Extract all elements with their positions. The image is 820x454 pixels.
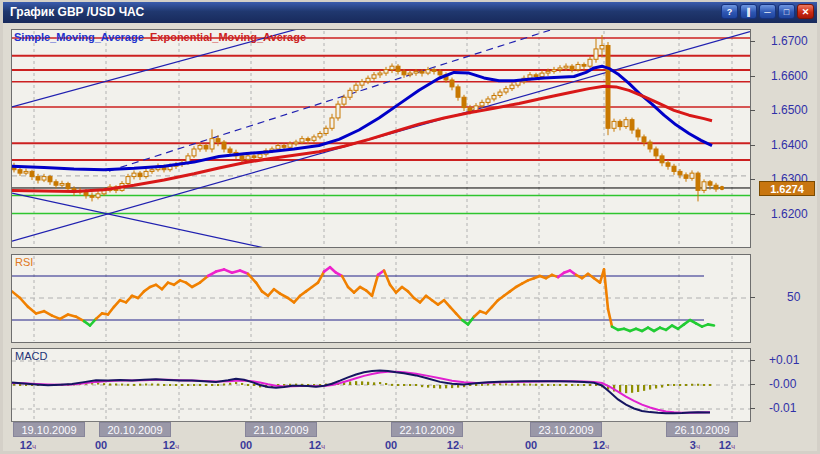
macd-panel[interactable] [11,348,751,422]
candle-body [600,45,604,48]
rsi-line-segment [248,274,256,283]
candle-body [450,80,454,87]
rsi-line-segment [294,296,300,303]
candle-body [426,70,430,73]
time-label: 12ч [586,439,616,451]
candle-body [636,130,640,137]
time-label: 3ч [680,439,710,451]
candle-body [144,171,148,176]
candle-body [330,118,334,128]
rsi-line-segment [318,272,324,283]
macd-histogram-bar [541,384,543,386]
candle-body [360,82,364,85]
maximize-button-icon[interactable]: □ [778,4,795,19]
macd-histogram-bar [397,384,399,386]
candle-body [576,64,580,69]
candle-body [492,96,496,99]
rsi-label: RSI [15,256,33,268]
minimize-button-icon[interactable]: ─ [759,4,776,19]
macd-histogram-bar [643,385,645,391]
chart-window: График GBP /USD ЧАС ?∥─□✕ Simple_Moving_… [0,0,820,454]
candle-body [282,146,286,148]
time-label: 00 [376,439,406,451]
rsi-canvas[interactable] [12,255,750,342]
macd-histogram-bar [673,384,675,386]
macd-histogram-bar [649,385,651,390]
candle-body [414,71,418,73]
pause-button-icon[interactable]: ∥ [740,4,757,19]
candle-body [486,99,490,102]
macd-canvas[interactable] [12,349,750,421]
rsi-line-segment [126,296,132,303]
trend-line [12,193,279,247]
macd-histogram-bar [421,385,423,387]
macd-histogram-bar [505,383,507,385]
axis-tick [750,76,755,77]
macd-histogram-bar [355,381,357,385]
macd-histogram-bar [661,385,663,388]
candle-body [408,73,412,75]
macd-histogram-bar [175,384,177,386]
rsi-line-segment [420,296,426,303]
date-label: 20.10.2009 [99,422,171,437]
macd-histogram-bar [517,384,519,386]
candle-body [192,149,196,156]
macd-histogram-bar [409,384,411,386]
candle-body [504,89,508,92]
rsi-line-segment [342,276,348,287]
candle-body [582,64,586,66]
macd-histogram-bar [529,384,531,386]
macd-histogram-bar [385,383,387,385]
macd-histogram-bar [133,384,135,386]
macd-histogram-bar [709,384,711,386]
macd-histogram-bar [535,384,537,386]
candle-body [534,75,538,77]
price-axis-label: 1.6500 [771,103,808,117]
candle-body [696,173,700,190]
axis-tick [750,110,755,111]
candle-body [558,68,562,70]
rsi-panel[interactable] [11,254,751,343]
macd-histogram-bar [481,384,483,386]
title-bar[interactable]: График GBP /USD ЧАС ?∥─□✕ [3,2,817,23]
price-chart-panel[interactable] [11,29,751,248]
candle-body [432,70,436,72]
candle-body [672,166,676,171]
close-button-icon[interactable]: ✕ [797,4,814,19]
candle-body [318,133,322,136]
sma-label: Simple_Moving_Average [14,31,144,43]
candle-body [18,170,22,173]
candle-body [714,185,718,189]
rsi-line-segment [138,291,144,298]
candle-body [396,66,400,71]
axis-tick [750,408,755,409]
help-button-icon[interactable]: ? [721,4,738,19]
axis-tick [750,179,755,180]
macd-histogram-bar [181,384,183,386]
macd-histogram-bar [655,385,657,388]
candle-body [666,163,670,166]
candle-body [60,183,64,185]
time-label: 12ч [156,439,186,451]
candle-body [246,156,250,159]
candle-body [510,85,514,88]
candle-body [150,170,154,172]
macd-histogram-bar [439,385,441,389]
macd-histogram-bar [457,385,459,388]
macd-histogram-bar [187,384,189,386]
time-label: 12ч [440,439,470,451]
macd-axis-label: -0.01 [769,401,796,415]
candle-body [48,177,52,182]
candle-body [96,194,100,197]
rsi-line-segment [268,289,274,296]
candle-body [702,182,706,191]
price-axis-label: 1.6700 [771,34,808,48]
macd-histogram-bar [433,385,435,388]
candle-body [66,183,70,188]
macd-histogram-bar [547,384,549,386]
macd-histogram-bar [373,382,375,385]
time-label: 12ч [302,439,332,451]
candle-body [642,137,646,142]
main-chart-canvas[interactable] [12,30,750,247]
macd-histogram-bar [499,383,501,385]
